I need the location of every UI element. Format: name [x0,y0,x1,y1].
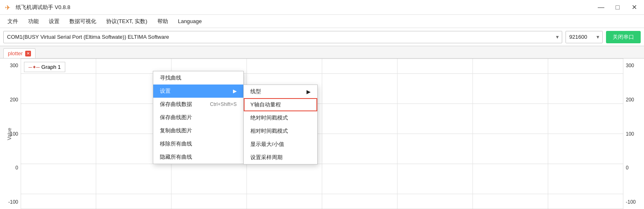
y-label-300: 300 [0,63,21,68]
app-icon: ✈ [5,4,12,11]
y-label-neg100: -100 [0,199,21,205]
baud-select-wrapper: 921600 [566,31,603,43]
tab-close-button[interactable]: ✕ [25,51,31,56]
sub-item-y-auto-range[interactable]: Y轴自动量程 [244,98,317,111]
y-label-100: 100 [0,131,21,137]
ctx-item-save-curve-data[interactable]: 保存曲线数据 Ctrl+Shift+S [153,98,243,111]
chart-legend: ─✦─ Graph 1 [24,62,65,72]
y-label-right-300: 300 [623,63,644,68]
y-label-right-neg100: -100 [623,199,644,205]
menu-item-settings[interactable]: 设置 [45,16,64,27]
ctx-item-save-curve-image[interactable]: 保存曲线图片 [153,111,243,124]
toolbar: COM1(BUSY Virtual Serial Port (Eltima So… [0,28,644,46]
y-label-right-0: 0 [623,165,644,171]
chart-inner: ─✦─ Graph 1 [21,59,623,209]
sub-arrow-line-type: ▶ [307,89,311,95]
tab-label: plotter [8,50,23,56]
port-select-wrapper: COM1(BUSY Virtual Serial Port (Eltima So… [3,31,562,43]
chart-grid-svg [21,59,623,209]
close-button[interactable]: ✕ [629,2,639,12]
ctx-item-find-curve[interactable]: 寻找曲线 [153,71,243,85]
ctx-item-remove-all[interactable]: 移除所有曲线 [153,137,243,150]
ctx-item-copy-curve-image[interactable]: 复制曲线图片 [153,124,243,137]
submenu-arrow-settings: ▶ [233,88,237,94]
menu-bar: 文件 功能 设置 数据可视化 协议(TEXT, 实数) 帮助 Language [0,15,644,28]
port-select[interactable]: COM1(BUSY Virtual Serial Port (Eltima So… [3,31,562,43]
sub-item-sampling-period[interactable]: 设置采样周期 [244,151,317,164]
menu-item-file[interactable]: 文件 [3,16,22,27]
menu-item-protocol[interactable]: 协议(TEXT, 实数) [102,16,152,27]
tab-bar: plotter ✕ [0,46,644,59]
legend-line: ─✦─ Graph 1 [29,64,61,70]
sub-menu-settings: 线型 ▶ Y轴自动量程 绝对时间戳模式 相对时间戳模式 显示最大/小值 [243,85,318,164]
main-content: 300 200 100 0 -100 Value [0,59,644,209]
menu-item-help[interactable]: 帮助 [153,16,172,27]
y-axis-right: 300 200 100 0 -100 [623,59,644,209]
sub-item-absolute-time[interactable]: 绝对时间戳模式 [244,111,317,124]
y-axis-left: 300 200 100 0 -100 [0,59,21,209]
menu-item-visualization[interactable]: 数据可视化 [65,16,100,27]
title-bar-controls: — □ ✕ [596,2,639,12]
app-title: 纸飞机调试助手 V0.8.8 [16,4,70,11]
baud-select[interactable]: 921600 [566,31,603,43]
legend-label: Graph 1 [41,64,61,70]
ctx-item-hide-all[interactable]: 隐藏所有曲线 [153,150,243,164]
y-label-200: 200 [0,97,21,103]
ctx-item-settings[interactable]: 设置 ▶ 线型 ▶ Y轴自动量程 绝对时间戳模式 相对时间戳模式 [153,85,243,98]
chart-container: 300 200 100 0 -100 Value [0,59,644,209]
legend-marker: ─✦─ [29,64,40,70]
y-label-0: 0 [0,165,21,171]
y-label-right-200: 200 [623,97,644,103]
plotter-tab[interactable]: plotter ✕ [3,48,36,58]
context-menu: 寻找曲线 设置 ▶ 线型 ▶ Y轴自动量程 绝对时间戳模式 [153,71,244,164]
maximize-button[interactable]: □ [613,2,623,12]
title-bar: ✈ 纸飞机调试助手 V0.8.8 — □ ✕ [0,0,644,15]
y-label-right-100: 100 [623,131,644,137]
sub-item-relative-time[interactable]: 相对时间戳模式 [244,124,317,138]
title-bar-left: ✈ 纸飞机调试助手 V0.8.8 [5,4,70,11]
sub-item-show-max-min[interactable]: 显示最大/小值 [244,138,317,151]
sub-item-line-type[interactable]: 线型 ▶ [244,85,317,98]
menu-item-language[interactable]: Language [174,16,206,26]
ctx-shortcut-save: Ctrl+Shift+S [210,101,237,107]
menu-item-function[interactable]: 功能 [24,16,43,27]
close-port-button[interactable]: 关闭串口 [606,31,641,43]
minimize-button[interactable]: — [596,2,606,12]
